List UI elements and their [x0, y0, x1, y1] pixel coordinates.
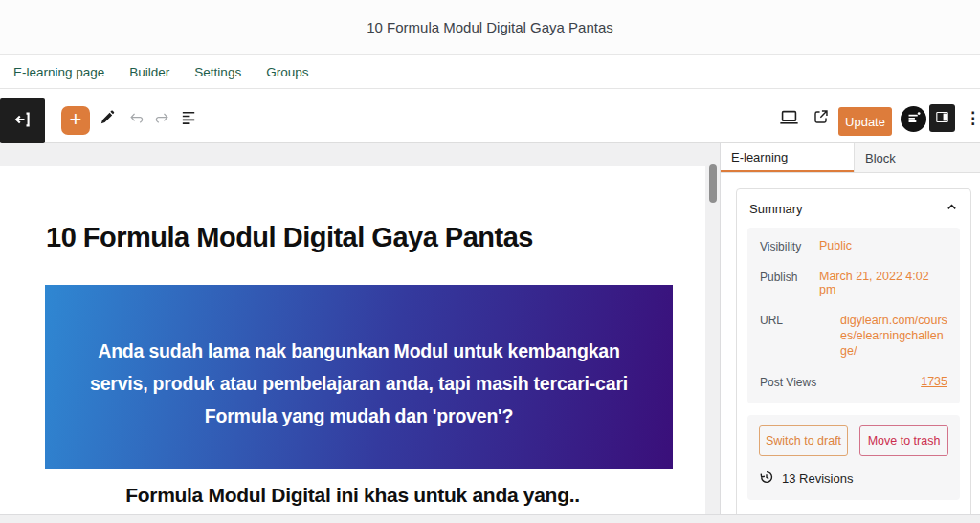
external-link-icon	[812, 108, 830, 129]
visibility-value-link[interactable]: Public	[819, 239, 852, 253]
preview-button[interactable]	[776, 106, 801, 131]
update-button[interactable]: Update	[838, 107, 892, 136]
settings-sidebar-toggle[interactable]	[929, 104, 955, 132]
revisions-row[interactable]: 13 Revisions	[759, 469, 948, 488]
switch-to-draft-button[interactable]: Switch to draft	[759, 425, 848, 456]
publish-date-link[interactable]: March 21, 2022 4:02 pm	[819, 270, 947, 296]
plus-icon: +	[70, 107, 82, 132]
field-label: Visibility	[760, 239, 819, 253]
laptop-icon	[779, 107, 799, 130]
exit-editor-button[interactable]	[0, 98, 45, 143]
chevron-up-icon	[946, 201, 958, 216]
gradient-banner-block[interactable]: Anda sudah lama nak bangunkan Modul untu…	[45, 285, 673, 469]
options-menu-button[interactable]: ⋮	[965, 104, 980, 131]
wordpress-editor-window: 10 Formula Modul Digital Gaya Pantas E-l…	[0, 0, 980, 523]
post-url-link[interactable]: digylearn.com/courses/elearningchallenge…	[840, 313, 947, 359]
window-bottom-edge	[0, 514, 980, 523]
field-visibility: Visibility Public	[760, 239, 947, 253]
nav-item-elearning-page[interactable]: E-learning page	[13, 65, 104, 79]
tab-block[interactable]: Block	[854, 143, 980, 172]
kebab-icon: ⋮	[965, 109, 980, 127]
nav-item-groups[interactable]: Groups	[266, 65, 308, 79]
nav-item-settings[interactable]: Settings	[194, 65, 241, 79]
revisions-label: 13 Revisions	[782, 471, 853, 486]
summary-panel: Summary Visibility Public Publish Mar	[736, 188, 971, 523]
workspace: 10 Formula Modul Digital Gaya Pantas And…	[0, 143, 980, 523]
plugin-circle-icon	[905, 110, 922, 129]
banner-text: Anda sudah lama nak bangunkan Modul untu…	[45, 321, 673, 432]
redo-icon	[152, 108, 171, 130]
titlebar: 10 Formula Modul Digital Gaya Pantas	[0, 0, 980, 54]
summary-title: Summary	[749, 202, 803, 216]
summary-action-box: Switch to draft Move to trash 13 Revisio…	[747, 415, 960, 500]
edit-mode-button[interactable]	[95, 106, 120, 131]
nav-item-builder[interactable]: Builder	[129, 65, 169, 79]
undo-icon	[127, 108, 146, 130]
sidebar-panel-icon	[934, 109, 950, 128]
list-view-icon	[180, 108, 198, 129]
undo-button[interactable]	[124, 106, 149, 131]
plugin-menu-button[interactable]	[901, 106, 926, 132]
exit-icon	[13, 110, 33, 132]
field-label: Publish	[760, 270, 819, 296]
post-title-heading[interactable]: 10 Formula Modul Digital Gaya Pantas	[46, 222, 533, 253]
redo-button[interactable]	[149, 106, 174, 131]
field-url: URL digylearn.com/courses/elearningchall…	[760, 313, 947, 359]
field-label: URL	[760, 313, 819, 359]
list-view-button[interactable]	[176, 106, 201, 131]
tab-elearning[interactable]: E-learning	[721, 143, 854, 172]
admin-nav: E-learning page Builder Settings Groups	[0, 54, 980, 89]
canvas-scrollbar[interactable]	[709, 164, 717, 203]
revisions-clock-icon	[759, 469, 774, 488]
block-inserter-button[interactable]: +	[61, 106, 90, 135]
action-buttons-row: Switch to draft Move to trash	[759, 425, 948, 456]
field-label: Post Views	[760, 375, 819, 389]
editor-toolbar: +	[0, 89, 980, 143]
pencil-icon	[99, 108, 117, 129]
field-post-views: Post Views 1735	[760, 375, 947, 389]
settings-sidebar: E-learning Block Summary Visibility Publ…	[720, 143, 980, 523]
summary-info-box: Visibility Public Publish March 21, 2022…	[747, 228, 960, 403]
post-document[interactable]: 10 Formula Modul Digital Gaya Pantas And…	[0, 166, 705, 514]
window-title: 10 Formula Modul Digital Gaya Pantas	[367, 19, 613, 35]
view-post-button[interactable]	[808, 106, 833, 131]
field-publish: Publish March 21, 2022 4:02 pm	[760, 270, 947, 296]
editor-canvas: 10 Formula Modul Digital Gaya Pantas And…	[0, 143, 720, 523]
sidebar-tabs: E-learning Block	[721, 143, 980, 173]
post-views-link[interactable]: 1735	[921, 375, 947, 389]
move-to-trash-button[interactable]: Move to trash	[859, 425, 948, 456]
summary-panel-header[interactable]: Summary	[737, 189, 970, 228]
post-subheading[interactable]: Formula Modul Digital ini khas untuk and…	[0, 484, 705, 507]
